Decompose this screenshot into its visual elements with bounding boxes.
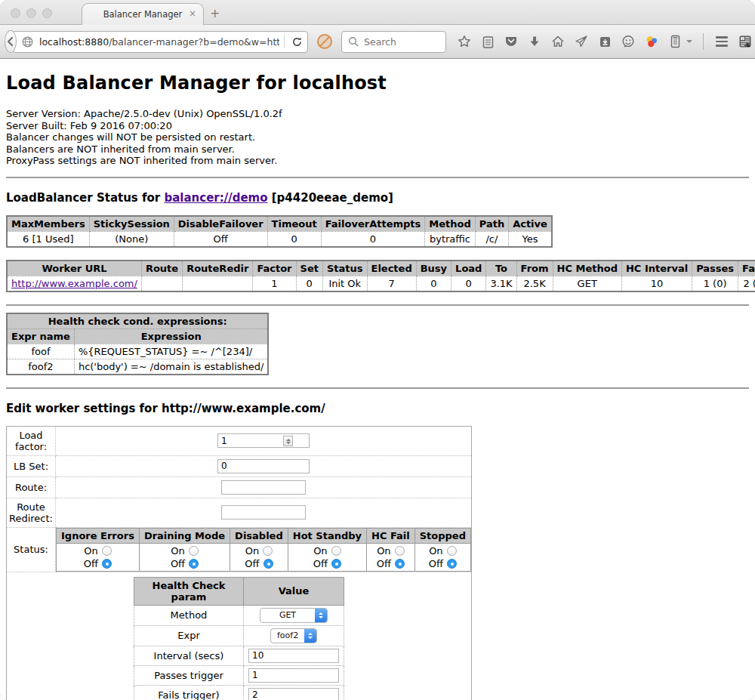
- search-bar[interactable]: [341, 31, 446, 53]
- lb-set-input[interactable]: [217, 459, 310, 473]
- page-content: Load Balancer Manager for localhost Serv…: [0, 59, 755, 700]
- status-hc-fail-off-radio[interactable]: [395, 559, 405, 569]
- radio-label-off: Off: [245, 558, 259, 569]
- toolbar-icons: [457, 33, 753, 50]
- cell-hc-interval: 10: [621, 276, 692, 291]
- health-check-param-table: Health Check param Value Method GET: [134, 577, 344, 700]
- hc-interval-input[interactable]: [248, 649, 339, 663]
- hc-fails-label: Fails trigger): [134, 685, 244, 700]
- col-hc-fail: HC Fail: [367, 528, 415, 543]
- hc-method-label: Method: [134, 605, 244, 625]
- status-hc-fail-on-radio[interactable]: [395, 546, 405, 556]
- tab-close-icon[interactable]: ×: [189, 8, 196, 19]
- downloads-icon[interactable]: [527, 34, 542, 49]
- cell-from: 2.5K: [516, 276, 553, 291]
- container-icon[interactable]: [667, 34, 683, 49]
- status-ignore-errors-off-radio[interactable]: [102, 559, 112, 569]
- edit-worker-form: Load factor: LB Set: Route: Route Redire…: [6, 426, 472, 700]
- route-redirect-input[interactable]: [221, 505, 306, 520]
- menu-icon[interactable]: [714, 34, 729, 49]
- load-factor-stepper: [217, 433, 310, 448]
- col-fails: Fails: [738, 261, 755, 276]
- cell-hc-method: GET: [553, 276, 621, 291]
- save-page-icon[interactable]: [597, 34, 612, 49]
- cell-active: Yes: [509, 231, 552, 247]
- balancer-status-table: MaxMembers StickySession DisableFailover…: [6, 215, 553, 248]
- radio-label-on: On: [313, 545, 327, 557]
- screenshot-tool-icon[interactable]: [738, 34, 753, 49]
- status-disabled-off-radio[interactable]: [263, 559, 273, 569]
- status-hot-standby-off-radio[interactable]: [331, 559, 341, 569]
- radio-label-on: On: [171, 545, 184, 557]
- bookmark-star-icon[interactable]: [457, 34, 472, 49]
- col-status: Status: [322, 261, 367, 276]
- radio-label-off: Off: [429, 558, 443, 569]
- status-label: Status:: [7, 527, 56, 572]
- navigation-toolbar: localhost:8880/balancer-manager?b=demo&w…: [0, 24, 755, 59]
- status-stopped-off-radio[interactable]: [447, 559, 457, 569]
- popup-blocked-icon[interactable]: [317, 34, 332, 49]
- home-icon[interactable]: [550, 34, 565, 49]
- status-ignore-errors-on-radio[interactable]: [102, 546, 112, 556]
- status-hot-standby-on-radio[interactable]: [331, 546, 341, 556]
- cell-expr-name: foof: [7, 344, 74, 359]
- col-expr-name: Expr name: [7, 328, 74, 344]
- minimize-window-button[interactable]: [26, 8, 36, 18]
- hc-passes-input[interactable]: [248, 668, 339, 683]
- hc-method-select[interactable]: GET: [260, 608, 328, 623]
- cell-stickysession: (None): [89, 231, 174, 247]
- cell-expression: %{REQUEST_STATUS} =~ /^[234]/: [74, 344, 268, 359]
- worker-url-link[interactable]: http://www.example.com/: [11, 278, 137, 289]
- globe-icon: [22, 36, 33, 48]
- url-host: localhost:8880: [39, 36, 109, 48]
- hc-fails-input[interactable]: [248, 688, 339, 700]
- balancer-heading-prefix: LoadBalancer Status for: [6, 191, 164, 205]
- hc-interval-label: Interval (secs): [134, 646, 244, 665]
- new-tab-button[interactable]: +: [210, 6, 220, 20]
- col-passes: Passes: [692, 261, 738, 276]
- chevron-down-icon[interactable]: [686, 40, 692, 43]
- cell-passes: 1 (0): [692, 276, 738, 291]
- number-spinner-icon[interactable]: [283, 436, 293, 446]
- title-bar: Balancer Manager × +: [0, 0, 755, 24]
- back-button[interactable]: [5, 30, 17, 53]
- route-input[interactable]: [221, 480, 306, 495]
- color-wheel-icon[interactable]: [644, 34, 659, 49]
- reload-button[interactable]: [289, 34, 304, 49]
- status-draining-mode-on-radio[interactable]: [189, 546, 199, 556]
- pocket-icon[interactable]: [504, 34, 519, 49]
- hc-expr-value: foof2: [271, 631, 304, 640]
- col-disabled: Disabled: [230, 528, 288, 543]
- inherit-notice-line: Balancers are NOT inherited from main se…: [6, 143, 749, 156]
- search-input[interactable]: [364, 36, 439, 48]
- load-factor-input[interactable]: [217, 433, 310, 448]
- persist-notice-line: Balancer changes will NOT be persisted o…: [6, 131, 749, 143]
- col-active: Active: [509, 216, 552, 232]
- cell-route: [141, 276, 182, 291]
- hc-expr-select[interactable]: foof2: [270, 628, 317, 643]
- expr-row: foof2 hc('body') =~ /domain is establish…: [7, 359, 268, 375]
- load-factor-label: Load factor:: [7, 426, 56, 455]
- server-info: Server Version: Apache/2.5.0-dev (Unix) …: [6, 108, 749, 167]
- chat-icon[interactable]: [621, 34, 636, 49]
- divider: [6, 387, 749, 389]
- search-icon: [348, 36, 359, 47]
- cell-expression: hc('body') =~ /domain is established/: [74, 359, 268, 375]
- toolbar-separator: [703, 33, 704, 50]
- send-tab-icon[interactable]: [574, 34, 589, 49]
- url-bar[interactable]: localhost:8880/balancer-manager?b=demo&w…: [12, 31, 308, 53]
- select-stepper-icon: [315, 608, 327, 623]
- reading-list-icon[interactable]: [480, 34, 495, 49]
- cell-busy: 0: [416, 276, 451, 291]
- col-maxmembers: MaxMembers: [7, 216, 89, 232]
- route-redirect-label: Route Redirect:: [7, 498, 56, 527]
- divider: [6, 177, 749, 178]
- close-window-button[interactable]: [11, 8, 20, 18]
- balancer-demo-link[interactable]: balancer://demo: [164, 191, 267, 205]
- tab-balancer-manager[interactable]: Balancer Manager ×: [82, 3, 204, 25]
- status-draining-mode-off-radio[interactable]: [189, 559, 199, 569]
- status-stopped-on-radio[interactable]: [447, 546, 457, 556]
- zoom-window-button[interactable]: [42, 8, 52, 18]
- route-label: Route:: [7, 476, 56, 498]
- status-disabled-on-radio[interactable]: [263, 546, 273, 556]
